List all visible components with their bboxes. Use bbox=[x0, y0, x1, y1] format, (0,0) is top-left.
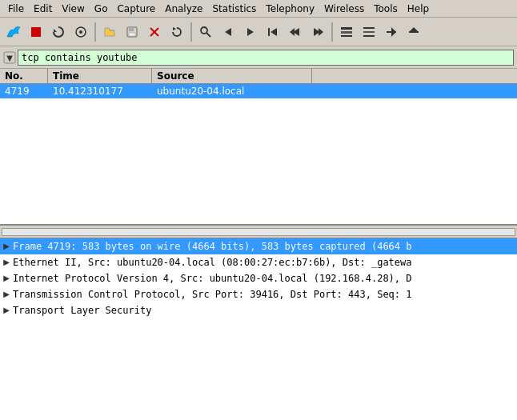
close-file-button[interactable] bbox=[144, 22, 165, 42]
detail-text: Frame 4719: 583 bytes on wire (4664 bits… bbox=[13, 241, 517, 252]
detail-row[interactable]: ▶ Transport Layer Security bbox=[0, 302, 517, 318]
zoom-in-button[interactable] bbox=[359, 22, 379, 42]
cell-packet-no: 4719 bbox=[0, 85, 48, 98]
svg-rect-20 bbox=[341, 27, 352, 30]
toolbar bbox=[0, 18, 517, 46]
restart-capture-button[interactable] bbox=[48, 22, 69, 42]
goto-prev-button[interactable] bbox=[285, 22, 306, 42]
menu-file[interactable]: File bbox=[3, 2, 29, 15]
main-content: No. Time Source 4719 10.412310177 ubuntu… bbox=[0, 69, 517, 420]
svg-marker-29 bbox=[409, 27, 419, 32]
packet-list: No. Time Source 4719 10.412310177 ubuntu… bbox=[0, 69, 517, 225]
menu-edit[interactable]: Edit bbox=[29, 2, 57, 15]
filter-input[interactable] bbox=[18, 50, 514, 66]
svg-marker-15 bbox=[271, 28, 277, 36]
packet-list-header: No. Time Source bbox=[0, 69, 517, 84]
detail-row[interactable]: ▶ Internet Protocol Version 4, Src: ubun… bbox=[0, 270, 517, 286]
svg-marker-9 bbox=[173, 27, 176, 30]
detail-text: Transport Layer Security bbox=[13, 305, 517, 316]
menu-telephony[interactable]: Telephony bbox=[261, 2, 319, 15]
svg-rect-21 bbox=[341, 31, 352, 34]
reload-button[interactable] bbox=[166, 22, 187, 42]
menubar: File Edit View Go Capture Analyze Statis… bbox=[0, 0, 517, 18]
separator-1 bbox=[94, 22, 96, 42]
expand-arrow: ▶ bbox=[0, 290, 13, 298]
filter-icon: ▼ bbox=[3, 51, 16, 64]
menu-statistics[interactable]: Statistics bbox=[207, 2, 261, 15]
svg-marker-13 bbox=[247, 28, 254, 36]
detail-row[interactable]: ▶ Frame 4719: 583 bytes on wire (4664 bi… bbox=[0, 238, 517, 254]
menu-capture[interactable]: Capture bbox=[112, 2, 160, 15]
column-header-no: No. bbox=[0, 69, 48, 83]
expand-arrow: ▶ bbox=[0, 274, 13, 282]
svg-rect-23 bbox=[363, 27, 375, 29]
detail-text: Ethernet II, Src: ubuntu20-04.local (08:… bbox=[13, 257, 517, 268]
goto-first-button[interactable] bbox=[263, 22, 283, 42]
colorize-button[interactable] bbox=[336, 22, 357, 42]
cell-packet-source: ubuntu20-04.local bbox=[152, 85, 312, 98]
expand-arrow: ▶ bbox=[0, 306, 13, 314]
detail-text: Internet Protocol Version 4, Src: ubuntu… bbox=[13, 273, 517, 284]
svg-point-10 bbox=[201, 27, 207, 34]
svg-rect-24 bbox=[363, 31, 375, 33]
svg-rect-22 bbox=[341, 35, 352, 37]
svg-rect-5 bbox=[129, 27, 134, 31]
menu-go[interactable]: Go bbox=[90, 2, 113, 15]
stop-capture-button[interactable] bbox=[26, 22, 46, 42]
menu-analyze[interactable]: Analyze bbox=[160, 2, 207, 15]
packet-details: ▶ Frame 4719: 583 bytes on wire (4664 bi… bbox=[0, 238, 517, 420]
svg-marker-27 bbox=[391, 27, 396, 37]
svg-rect-6 bbox=[129, 33, 135, 36]
table-row[interactable]: 4719 10.412310177 ubuntu20-04.local bbox=[0, 84, 517, 98]
open-file-button[interactable] bbox=[99, 22, 120, 42]
filterbar: ▼ bbox=[0, 46, 517, 69]
svg-line-11 bbox=[206, 33, 210, 37]
separator-2 bbox=[190, 22, 192, 42]
start-capture-button[interactable] bbox=[3, 22, 24, 42]
scrollbar-track[interactable] bbox=[2, 228, 515, 236]
goto-next-button[interactable] bbox=[307, 22, 328, 42]
separator-3 bbox=[331, 22, 333, 42]
svg-rect-25 bbox=[363, 35, 375, 37]
detail-row[interactable]: ▶ Ethernet II, Src: ubuntu20-04.local (0… bbox=[0, 254, 517, 270]
expand-arrow: ▶ bbox=[0, 242, 13, 250]
save-file-button[interactable] bbox=[122, 22, 142, 42]
svg-text:▼: ▼ bbox=[6, 54, 13, 62]
find-packet-button[interactable] bbox=[195, 22, 216, 42]
menu-tools[interactable]: Tools bbox=[369, 2, 403, 15]
collapse-button[interactable] bbox=[403, 22, 424, 42]
detail-text: Transmission Control Protocol, Src Port:… bbox=[13, 289, 517, 300]
capture-options-button[interactable] bbox=[70, 22, 91, 42]
column-header-source: Source bbox=[152, 69, 312, 83]
menu-view[interactable]: View bbox=[57, 2, 89, 15]
svg-marker-1 bbox=[54, 29, 57, 32]
svg-marker-12 bbox=[225, 28, 231, 36]
back-button[interactable] bbox=[218, 22, 238, 42]
column-header-time: Time bbox=[48, 69, 152, 83]
svg-rect-0 bbox=[31, 27, 41, 37]
svg-marker-17 bbox=[290, 28, 295, 36]
expand-arrow: ▶ bbox=[0, 258, 13, 266]
zoom-out-button[interactable] bbox=[381, 22, 402, 42]
cell-packet-time: 10.412310177 bbox=[48, 85, 152, 98]
menu-wireless[interactable]: Wireless bbox=[319, 2, 369, 15]
horizontal-scrollbar[interactable] bbox=[0, 225, 517, 238]
detail-row[interactable]: ▶ Transmission Control Protocol, Src Por… bbox=[0, 286, 517, 302]
svg-point-3 bbox=[79, 30, 82, 34]
svg-marker-19 bbox=[319, 28, 323, 36]
menu-help[interactable]: Help bbox=[403, 2, 434, 15]
forward-button[interactable] bbox=[240, 22, 261, 42]
